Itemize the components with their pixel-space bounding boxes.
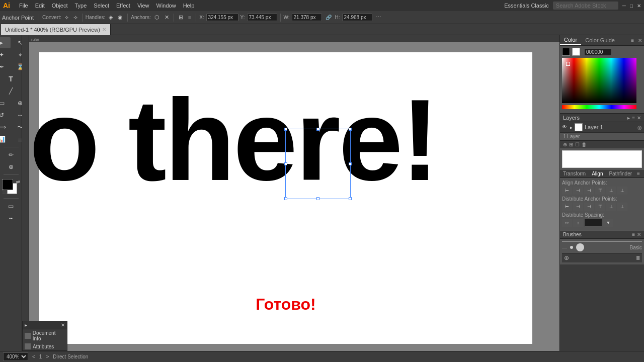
color-panel-close-btn[interactable]: ✕ [636,37,644,44]
align-top-btn[interactable]: ⊤ [595,187,605,195]
color-tab[interactable]: Color [560,35,581,45]
transform-tab[interactable]: Transform [560,170,589,177]
brushes-menu-btn[interactable]: ≡ [632,232,635,237]
hue-bar[interactable] [562,105,636,109]
layer-visibility-icon[interactable]: 👁 [562,124,568,130]
attributes-item[interactable]: Attributes [23,342,67,350]
layer-1-row[interactable]: 👁 ▸ Layer 1 ◎ [560,122,644,133]
menu-effect[interactable]: Effect [116,3,130,9]
menu-select[interactable]: Select [94,3,109,9]
pen-tool[interactable]: ✒ [0,61,11,72]
brush-line-item[interactable] [562,241,642,242]
align-left-btn[interactable]: ⊢ [562,187,572,195]
x-input[interactable] [206,14,238,21]
align-panel-menu-btn[interactable]: ≡ [635,170,642,177]
new-layer-btn[interactable]: ☐ [575,142,580,147]
change-screen-mode-btn[interactable]: ▭ [2,201,20,212]
brushes-lib-btn[interactable]: ≣ [636,255,640,261]
minimize-button[interactable]: ─ [622,3,626,9]
move-layer-btn[interactable]: ⊞ [569,142,573,147]
rectangle-tool[interactable]: ▭ [0,98,11,109]
w-input[interactable] [292,14,322,21]
align-right-btn[interactable]: ⊣ [584,187,594,195]
type-tool[interactable]: T [2,73,20,84]
dist-spacing-v-btn[interactable]: ↕ [573,219,583,227]
swap-colors-icon[interactable]: ⇄ [16,179,20,184]
align-bottom-btn[interactable]: ⊥ [617,187,627,195]
menu-view[interactable]: View [137,3,149,9]
brush-small-dot[interactable] [570,246,573,249]
link-btn[interactable]: 🔗 [324,14,333,21]
zoom-select[interactable]: 400% [3,352,28,361]
hex-color-input[interactable] [584,48,612,56]
brush-large-dot[interactable] [576,243,584,251]
document-tab[interactable]: Untitled-1 * 400% (RGB/GPU Preview) ✕ [1,24,111,35]
more-options-btn[interactable]: ⋯ [374,14,383,21]
line-tool[interactable]: ╱ [2,85,20,97]
foreground-color-swatch[interactable] [2,179,13,190]
layers-menu-btn[interactable]: ≡ [632,115,635,121]
dist-top-btn[interactable]: ⊤ [595,203,605,211]
spacing-input[interactable] [584,219,602,227]
menu-help[interactable]: Help [183,3,195,9]
dist-left-btn[interactable]: ⊢ [562,203,572,211]
menu-window[interactable]: Window [156,3,176,9]
menu-file[interactable]: File [19,3,28,9]
status-page-prev[interactable]: < [32,354,35,359]
brushes-panel-header[interactable]: Brushes ≡ ✕ [560,230,644,239]
dist-bottom-btn[interactable]: ⊥ [617,203,627,211]
layers-close-btn[interactable]: ✕ [637,115,641,121]
menu-type[interactable]: Type [75,3,87,9]
float-panel-close-icon[interactable]: ✕ [61,322,65,328]
search-input[interactable] [553,2,618,10]
zoom-tool[interactable]: ⊕ [2,161,20,172]
align-tab[interactable]: Align [589,170,606,177]
menu-object[interactable]: Object [52,3,68,9]
handles-btn-2[interactable]: ◉ [116,14,124,21]
align-center-h-btn[interactable]: ⊣ [573,187,583,195]
anchors-btn-1[interactable]: ⬡ [153,14,161,21]
h-input[interactable] [342,14,372,21]
width-tool[interactable]: ⟺ [0,122,11,133]
tab-close-btn[interactable]: ✕ [102,27,106,32]
dist-cv-btn[interactable]: ⊥ [606,203,616,211]
convert-btn-1[interactable]: ⟡ [63,14,70,21]
layer-lock-icon[interactable]: ▸ [570,125,573,130]
status-page-next[interactable]: > [46,354,49,359]
make-sublayer-btn[interactable]: ⊕ [563,142,567,147]
pathfinder-tab[interactable]: Pathfinder [606,170,635,177]
selection-tool[interactable]: ▸ [0,37,11,48]
color-guide-tab[interactable]: Color Guide [581,36,619,45]
y-input[interactable] [247,14,277,21]
align-center-v-btn[interactable]: ⊥ [606,187,616,195]
document-info-item[interactable]: Document Info [23,329,67,342]
align-panel-close-btn[interactable]: ✕ [642,170,644,177]
column-graph-tool[interactable]: 📊 [0,134,11,145]
float-panel-header[interactable]: ▸ ✕ [23,321,67,329]
remove-anchor-btn[interactable]: ✕ [163,14,171,21]
canvas-content[interactable]: o there! Готово! [29,42,559,351]
align-to-dropdown-btn[interactable]: ▼ [603,219,613,227]
menu-edit[interactable]: Edit [35,3,45,9]
handles-btn-1[interactable]: ◈ [107,14,114,21]
dist-ch-btn[interactable]: ⊣ [573,203,583,211]
magic-wand-tool[interactable]: ✦ [0,49,11,60]
default-colors-icon[interactable]: ⬛ [2,189,8,194]
maximize-button[interactable]: □ [630,3,633,9]
color-selector[interactable]: ⇄ ⬛ [2,179,20,194]
convert-btn-2[interactable]: ⟢ [72,14,79,21]
brushes-add-btn[interactable]: ⊕ [564,254,569,261]
rotate-tool[interactable]: ↺ [0,110,11,121]
layers-collapse-btn[interactable]: ▸ [627,115,630,121]
color-panel-menu-btn[interactable]: ≡ [629,37,636,44]
delete-layer-btn[interactable]: 🗑 [582,142,587,147]
show-handles-btn[interactable]: ⊞ [177,14,185,21]
brushes-close-btn[interactable]: ✕ [637,232,641,237]
dist-right-btn[interactable]: ⊣ [584,203,594,211]
fill-swatch[interactable] [562,48,570,56]
align-btn[interactable]: ≡ [187,14,193,21]
layer-target-icon[interactable]: ◎ [637,125,642,130]
extra-tools-btn[interactable]: •• [2,213,20,224]
dist-spacing-h-btn[interactable]: ⇿ [562,219,572,227]
close-button[interactable]: ✕ [637,3,641,9]
